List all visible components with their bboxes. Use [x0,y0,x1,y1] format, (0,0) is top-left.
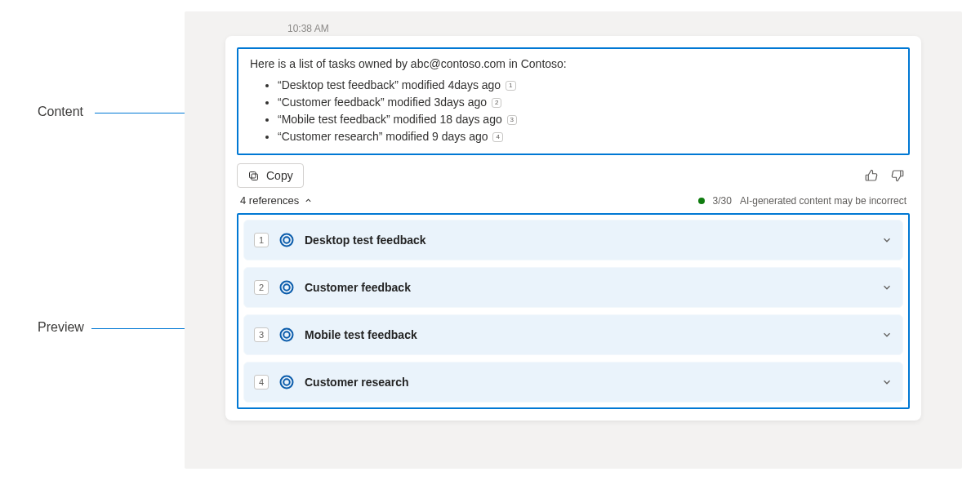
status-dot-icon [698,198,705,204]
content-intro: Here is a list of tasks owned by abc@con… [250,57,897,70]
svg-point-5 [283,284,290,291]
reference-title: Customer feedback [305,281,871,294]
citation-badge[interactable]: 2 [492,98,501,108]
svg-rect-0 [252,174,258,180]
svg-point-7 [283,332,290,338]
svg-point-3 [283,237,290,243]
reference-title: Mobile test feedback [305,328,871,341]
toolbar-row: Copy [237,163,910,188]
ai-disclaimer: AI-generated content may be incorrect [740,195,906,207]
copy-icon [247,170,260,182]
annotation-content-label: Content [38,105,83,119]
reference-source-icon [278,279,295,296]
thumb-down-icon[interactable] [890,168,905,183]
thumb-up-icon[interactable] [864,168,879,183]
reference-index-badge: 4 [254,375,269,389]
svg-point-4 [281,282,293,294]
content-item: “Mobile test feedback” modified 18 days … [278,111,897,127]
svg-point-9 [283,379,290,385]
meta-row: 4 references 3/30 AI-generated content m… [237,194,910,207]
reference-index-badge: 1 [254,233,269,247]
count-label: 3/30 [713,195,732,207]
svg-point-2 [281,234,293,247]
reference-index-badge: 3 [254,327,269,342]
svg-rect-1 [250,171,256,178]
feedback-icons [864,168,910,183]
content-list: “Desktop test feedback” modified 4days a… [250,77,897,145]
timestamp-label: 10:38 AM [287,23,329,34]
content-box: Here is a list of tasks owned by abc@con… [237,47,910,155]
reference-item[interactable]: 2 Customer feedback [243,267,903,308]
reference-item[interactable]: 4 Customer research [243,362,903,403]
preview-box: 1 Desktop test feedback 2 [237,213,910,409]
reference-source-icon [278,327,295,343]
meta-right: 3/30 AI-generated content may be incorre… [698,195,906,207]
canvas: 10:38 AM Here is a list of tasks owned b… [185,11,962,469]
copy-button[interactable]: Copy [237,163,304,188]
chevron-down-icon [881,282,893,293]
reference-source-icon [278,374,295,390]
reference-index-badge: 2 [254,280,269,295]
chevron-up-icon [304,196,313,205]
chevron-down-icon [881,376,893,388]
reference-item[interactable]: 3 Mobile test feedback [243,314,903,355]
references-toggle-label: 4 references [240,194,299,207]
content-item-text: “Desktop test feedback” modified 4days a… [278,78,501,91]
content-item-text: “Customer feedback” modified 3days ago [278,96,487,109]
svg-point-6 [281,329,293,341]
response-card: Here is a list of tasks owned by abc@con… [225,36,921,421]
reference-title: Customer research [305,376,871,389]
content-item-text: “Customer research” modified 9 days ago [278,130,488,143]
content-item: “Desktop test feedback” modified 4days a… [278,77,897,93]
references-toggle[interactable]: 4 references [240,194,313,207]
chevron-down-icon [881,234,893,246]
citation-badge[interactable]: 4 [492,132,502,142]
copy-button-label: Copy [266,169,293,182]
chevron-down-icon [881,329,893,340]
citation-badge[interactable]: 1 [506,81,515,91]
reference-item[interactable]: 1 Desktop test feedback [243,220,903,260]
citation-badge[interactable]: 3 [507,115,517,125]
annotation-preview-label: Preview [38,320,84,335]
content-item: “Customer feedback” modified 3days ago 2 [278,94,897,110]
reference-title: Desktop test feedback [305,234,871,247]
content-item: “Customer research” modified 9 days ago … [278,128,897,145]
content-item-text: “Mobile test feedback” modified 18 days … [278,113,502,126]
svg-point-8 [281,376,293,389]
reference-source-icon [278,232,295,248]
